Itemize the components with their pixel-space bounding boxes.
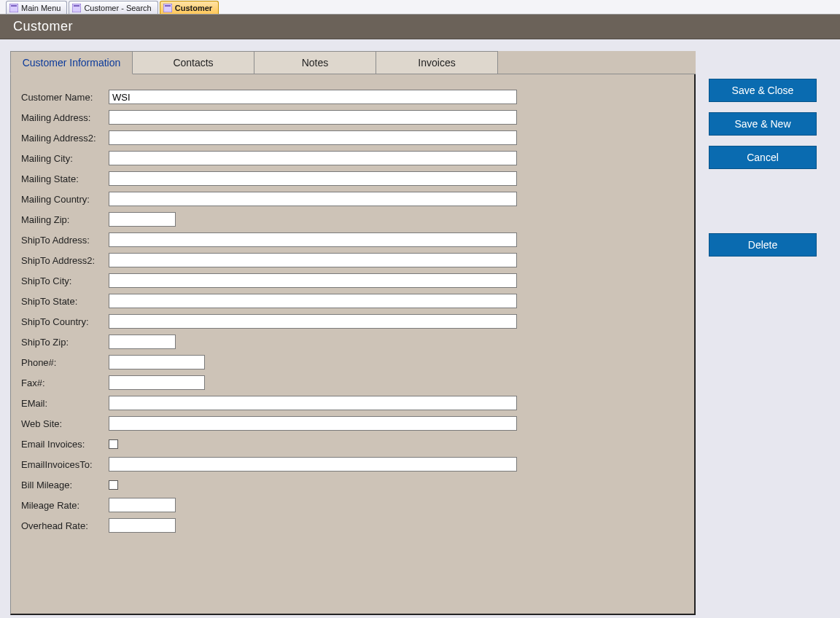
label-email: EMail:	[21, 398, 109, 409]
file-tab-label: Customer	[175, 4, 212, 12]
sub-tab-filler	[497, 51, 696, 74]
label-customer-name: Customer Name:	[21, 92, 109, 103]
mileage-rate-input[interactable]	[109, 498, 176, 512]
label-bill-mileage: Bill Mileage:	[21, 480, 109, 490]
tab-notes[interactable]: Notes	[254, 51, 376, 74]
label-phone: Phone#:	[21, 357, 109, 368]
save-new-button[interactable]: Save & New	[709, 112, 817, 136]
tab-invoices[interactable]: Invoices	[376, 51, 498, 74]
svg-rect-5	[165, 5, 171, 7]
shipto-city-input[interactable]	[109, 273, 517, 288]
email-invoices-checkbox[interactable]	[109, 439, 118, 449]
tab-body-customer-information: Customer Name: Mailing Address: Mailing …	[10, 74, 696, 615]
action-button-column: Save & Close Save & New Cancel Delete	[709, 79, 817, 257]
label-mailing-city: Mailing City:	[21, 153, 109, 164]
label-shipto-state: ShipTo State:	[21, 296, 109, 307]
sub-tab-label: Invoices	[418, 57, 455, 69]
overhead-rate-input[interactable]	[109, 518, 176, 533]
shipto-zip-input[interactable]	[109, 335, 176, 349]
cancel-button[interactable]: Cancel	[709, 146, 817, 169]
svg-rect-4	[163, 4, 172, 12]
mailing-state-input[interactable]	[109, 171, 517, 186]
mailing-country-input[interactable]	[109, 192, 517, 206]
tab-customer-information[interactable]: Customer Information	[10, 51, 133, 74]
customer-name-input[interactable]	[109, 90, 517, 104]
sub-tab-bar: Customer Information Contacts Notes Invo…	[10, 51, 696, 74]
label-mileage-rate: Mileage Rate:	[21, 500, 109, 511]
shipto-state-input[interactable]	[109, 294, 517, 308]
bill-mileage-checkbox[interactable]	[109, 480, 118, 490]
label-fax: Fax#:	[21, 378, 109, 388]
shipto-address2-input[interactable]	[109, 253, 517, 267]
sub-tab-label: Contacts	[173, 57, 213, 69]
button-label: Save & Close	[732, 85, 794, 96]
svg-rect-2	[72, 4, 81, 12]
label-shipto-zip: ShipTo Zip:	[21, 337, 109, 348]
label-email-invoices: Email Invoices:	[21, 439, 109, 450]
label-shipto-address2: ShipTo Address2:	[21, 255, 109, 266]
file-tab-customer[interactable]: Customer	[160, 1, 219, 14]
email-input[interactable]	[109, 396, 517, 410]
page-header: Customer	[0, 15, 840, 39]
fax-input[interactable]	[109, 375, 205, 390]
button-label: Cancel	[747, 152, 779, 163]
mailing-zip-input[interactable]	[109, 212, 176, 227]
label-shipto-city: ShipTo City:	[21, 275, 109, 286]
tab-contacts[interactable]: Contacts	[132, 51, 254, 74]
form-icon	[9, 4, 18, 12]
label-shipto-country: ShipTo Country:	[21, 316, 109, 327]
save-close-button[interactable]: Save & Close	[709, 79, 817, 102]
svg-rect-3	[74, 5, 79, 7]
customer-form-panel: Customer Information Contacts Notes Invo…	[10, 51, 696, 615]
file-tab-customer-search[interactable]: Customer - Search	[69, 1, 158, 14]
file-tab-label: Customer - Search	[84, 4, 151, 12]
sub-tab-label: Customer Information	[23, 57, 121, 69]
phone-input[interactable]	[109, 355, 205, 369]
mailing-address2-input[interactable]	[109, 130, 517, 145]
svg-rect-1	[11, 5, 17, 7]
shipto-address-input[interactable]	[109, 232, 517, 247]
mailing-address-input[interactable]	[109, 110, 517, 125]
button-label: Save & New	[734, 118, 790, 130]
form-icon	[72, 4, 81, 12]
file-tab-label: Main Menu	[21, 4, 61, 12]
document-tab-bar: Main Menu Customer - Search Customer	[0, 0, 840, 15]
label-mailing-address2: Mailing Address2:	[21, 133, 109, 144]
form-icon	[163, 4, 172, 12]
shipto-country-input[interactable]	[109, 314, 517, 329]
label-website: Web Site:	[21, 418, 109, 429]
label-mailing-state: Mailing State:	[21, 173, 109, 184]
label-overhead-rate: Overhead Rate:	[21, 520, 109, 531]
page-title: Customer	[13, 19, 73, 34]
button-label: Delete	[748, 239, 777, 251]
label-mailing-country: Mailing Country:	[21, 194, 109, 205]
email-invoices-to-input[interactable]	[109, 457, 517, 472]
delete-button[interactable]: Delete	[709, 233, 817, 257]
label-shipto-address: ShipTo Address:	[21, 235, 109, 246]
button-spacer	[709, 179, 817, 223]
file-tab-main-menu[interactable]: Main Menu	[6, 1, 67, 14]
label-email-invoices-to: EmailInvoicesTo:	[21, 459, 109, 470]
label-mailing-address: Mailing Address:	[21, 112, 109, 123]
website-input[interactable]	[109, 416, 517, 431]
sub-tab-label: Notes	[302, 57, 329, 69]
svg-rect-0	[9, 4, 18, 12]
label-mailing-zip: Mailing Zip:	[21, 214, 109, 225]
mailing-city-input[interactable]	[109, 151, 517, 165]
